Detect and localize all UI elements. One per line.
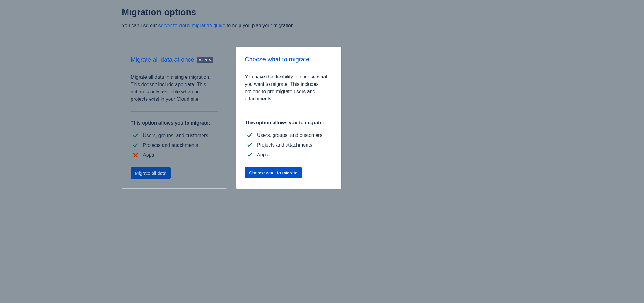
card-migrate-all-title: Migrate all data at once: [131, 56, 194, 63]
alpha-badge: ALPHA: [197, 57, 213, 63]
feature-label: Apps: [143, 152, 154, 158]
feature-label: Projects and attachments: [257, 142, 312, 148]
divider: [245, 111, 333, 111]
card-migrate-all-title-row: Migrate all data at once ALPHA: [131, 56, 218, 63]
card-migrate-all-desc: Migrate all data in a single migration. …: [131, 74, 218, 103]
card-choose[interactable]: Choose what to migrate You have the flex…: [236, 47, 341, 189]
migrate-all-button[interactable]: Migrate all data: [131, 167, 171, 179]
list-item: Projects and attachments: [131, 142, 218, 148]
feature-label: Users, groups, and customers: [143, 133, 208, 138]
list-item: Projects and attachments: [245, 142, 333, 148]
choose-migrate-button[interactable]: Choose what to migrate: [245, 167, 302, 178]
check-icon: [132, 142, 139, 148]
card-choose-features: Users, groups, and customers Projects an…: [245, 132, 333, 158]
card-migrate-all-features: Users, groups, and customers Projects an…: [131, 133, 218, 158]
migration-guide-link[interactable]: server to cloud migration guide: [158, 23, 225, 28]
check-icon: [132, 133, 139, 139]
card-migrate-all-allows-heading: This option allows you to migrate:: [131, 120, 218, 126]
card-choose-title: Choose what to migrate: [245, 56, 309, 63]
list-item: Apps: [245, 152, 333, 158]
feature-label: Apps: [257, 152, 268, 158]
card-choose-allows-heading: This option allows you to migrate:: [245, 120, 333, 126]
list-item: Users, groups, and customers: [131, 133, 218, 139]
feature-label: Projects and attachments: [143, 143, 198, 148]
intro-suffix: to help you plan your migration.: [225, 23, 295, 28]
cross-icon: [132, 152, 139, 158]
card-choose-title-row: Choose what to migrate: [245, 56, 333, 63]
check-icon: [247, 152, 253, 158]
list-item: Users, groups, and customers: [245, 132, 333, 138]
migration-options-container: Migration options You can use our server…: [122, 0, 342, 189]
list-item: Apps: [131, 152, 218, 158]
check-icon: [247, 142, 253, 148]
card-migrate-all[interactable]: Migrate all data at once ALPHA Migrate a…: [122, 47, 227, 189]
page-title: Migration options: [122, 7, 342, 17]
feature-label: Users, groups, and customers: [257, 133, 322, 138]
divider: [131, 111, 218, 112]
card-choose-desc: You have the flexibility to choose what …: [245, 73, 333, 103]
intro-prefix: You can use our: [122, 23, 158, 28]
check-icon: [247, 132, 253, 138]
intro-text: You can use our server to cloud migratio…: [122, 23, 342, 28]
option-cards: Migrate all data at once ALPHA Migrate a…: [122, 47, 342, 189]
